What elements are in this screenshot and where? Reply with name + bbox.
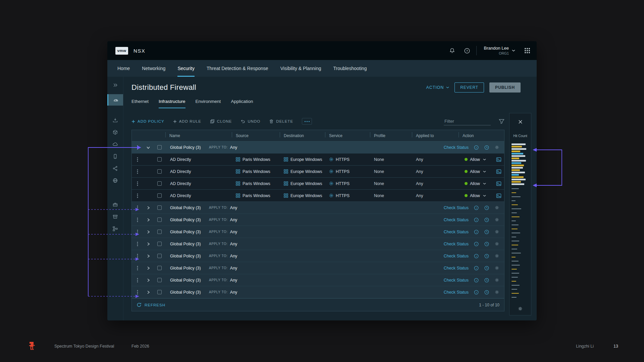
info-icon[interactable] (474, 229, 479, 235)
revert-button[interactable]: REVERT (454, 82, 484, 93)
expand-chevron-icon[interactable] (143, 254, 153, 258)
info-icon[interactable] (474, 253, 479, 259)
more-options-button[interactable] (302, 118, 312, 125)
policy-row[interactable]: Global Policy (3) APPLY TO: Any Check St… (132, 202, 504, 214)
rule-chart-icon[interactable] (496, 169, 501, 174)
nav-tab[interactable]: Security (177, 60, 195, 77)
drag-handle[interactable] (132, 157, 143, 162)
expand-chevron-icon[interactable] (143, 242, 153, 246)
drag-handle[interactable] (132, 193, 143, 198)
drag-handle[interactable] (132, 145, 143, 150)
policy-row[interactable]: Global Policy (3) APPLY TO: Any Check St… (132, 238, 504, 250)
drag-handle[interactable] (132, 266, 143, 270)
row-checkbox[interactable] (153, 193, 165, 198)
sidebar-item-inventory-icon[interactable] (107, 128, 123, 136)
column-header[interactable]: Profile (370, 133, 412, 138)
drag-handle[interactable] (132, 242, 143, 246)
drag-handle[interactable] (132, 290, 143, 295)
nav-tab[interactable]: Threat Detection & Response (207, 60, 268, 77)
filter-funnel-icon[interactable] (499, 119, 504, 124)
close-icon[interactable] (509, 113, 531, 130)
sub-tab[interactable]: Application (231, 98, 253, 108)
column-header[interactable]: Applied to (412, 133, 459, 138)
check-status-link[interactable]: Check Status (444, 218, 469, 222)
policy-row[interactable]: Global Policy (3) APPLY TO: Any Check St… (132, 274, 504, 286)
settings-gear-icon[interactable] (494, 241, 499, 246)
action-dropdown-button[interactable]: ACTION (426, 85, 449, 90)
expand-chevron-icon[interactable] (143, 145, 153, 149)
clone-button[interactable]: CLONE (210, 119, 232, 124)
drag-handle[interactable] (132, 218, 143, 222)
panel-settings-icon[interactable] (509, 302, 531, 315)
check-status-link[interactable]: Check Status (444, 266, 469, 270)
settings-gear-icon[interactable] (494, 217, 499, 222)
settings-gear-icon[interactable] (494, 145, 499, 150)
column-header[interactable]: Name (165, 133, 232, 138)
check-status-link[interactable]: Check Status (444, 242, 469, 246)
rule-row[interactable]: AD Directly Paris Windows Europe Windows… (132, 154, 504, 166)
info-icon[interactable] (474, 205, 479, 210)
sub-tab[interactable]: Infrastructure (159, 98, 185, 108)
column-header[interactable]: Source (232, 133, 280, 138)
policy-row[interactable]: Global Policy (3) APPLY TO: Any Check St… (132, 250, 504, 262)
nav-tab[interactable]: Troubleshooting (333, 60, 367, 77)
nav-tab[interactable]: Networking (142, 60, 165, 77)
app-launcher-icon[interactable] (525, 48, 530, 53)
check-status-link[interactable]: Check Status (444, 145, 469, 150)
drag-handle[interactable] (132, 254, 143, 258)
expand-chevron-icon[interactable] (143, 206, 153, 210)
row-checkbox[interactable] (153, 145, 165, 149)
expand-chevron-icon[interactable] (143, 266, 153, 270)
help-icon[interactable]: ? (464, 48, 470, 54)
drag-handle[interactable] (132, 181, 143, 186)
notifications-bell-icon[interactable] (449, 48, 455, 54)
rule-chart-icon[interactable] (496, 181, 501, 186)
rule-chart-icon[interactable] (496, 193, 501, 198)
row-checkbox[interactable] (153, 254, 165, 258)
policy-row[interactable]: Global Policy (3) APPLY TO: Any Check St… (132, 141, 504, 154)
row-checkbox[interactable] (153, 266, 165, 270)
row-checkbox[interactable] (153, 157, 165, 162)
add-policy-button[interactable]: ADD POLICY (131, 119, 164, 123)
clock-icon[interactable] (484, 253, 489, 259)
sidebar-item-globe-icon[interactable] (107, 176, 123, 185)
settings-gear-icon[interactable] (494, 229, 499, 234)
check-status-link[interactable]: Check Status (444, 290, 469, 295)
drag-handle[interactable] (132, 230, 143, 234)
sidebar-item-archive-icon[interactable] (107, 212, 123, 221)
column-header[interactable]: Action (459, 133, 505, 138)
nav-tab[interactable]: Home (117, 60, 130, 77)
settings-gear-icon[interactable] (494, 205, 499, 210)
info-icon[interactable] (474, 278, 479, 283)
add-rule-button[interactable]: ADD RULE (173, 119, 201, 123)
rule-row[interactable]: AD Directly Paris Windows Europe Windows… (132, 190, 504, 202)
filter-input[interactable] (444, 117, 491, 125)
info-icon[interactable] (474, 145, 479, 150)
undo-button[interactable]: UNDO (240, 119, 260, 124)
settings-gear-icon[interactable] (494, 278, 499, 283)
clock-icon[interactable] (484, 265, 489, 271)
drag-handle[interactable] (132, 169, 143, 174)
settings-gear-icon[interactable] (494, 265, 499, 270)
sub-tab[interactable]: Environment (196, 98, 221, 108)
delete-button[interactable]: DELETE (269, 119, 293, 124)
row-checkbox[interactable] (153, 169, 165, 174)
policy-row[interactable]: Global Policy (3) APPLY TO: Any Check St… (132, 214, 504, 226)
action-dropdown[interactable] (483, 171, 486, 173)
rule-row[interactable]: AD Directly Paris Windows Europe Windows… (132, 166, 504, 178)
settings-gear-icon[interactable] (494, 290, 499, 295)
drag-handle[interactable] (132, 205, 143, 210)
rule-chart-icon[interactable] (496, 157, 501, 162)
settings-gear-icon[interactable] (494, 253, 499, 258)
clock-icon[interactable] (484, 278, 489, 283)
row-checkbox[interactable] (153, 230, 165, 234)
row-checkbox[interactable] (153, 205, 165, 210)
check-status-link[interactable]: Check Status (444, 278, 469, 283)
policy-row[interactable]: Global Policy (3) APPLY TO: Any Check St… (132, 286, 504, 298)
policy-row[interactable]: Global Policy (3) APPLY TO: Any Check St… (132, 262, 504, 274)
row-checkbox[interactable] (153, 181, 165, 186)
sidebar-item-device-icon[interactable] (107, 152, 123, 161)
expand-chevron-icon[interactable] (143, 218, 153, 222)
sidebar-item-hierarchy-icon[interactable] (107, 224, 123, 233)
sidebar-item-share-icon[interactable] (107, 164, 123, 173)
